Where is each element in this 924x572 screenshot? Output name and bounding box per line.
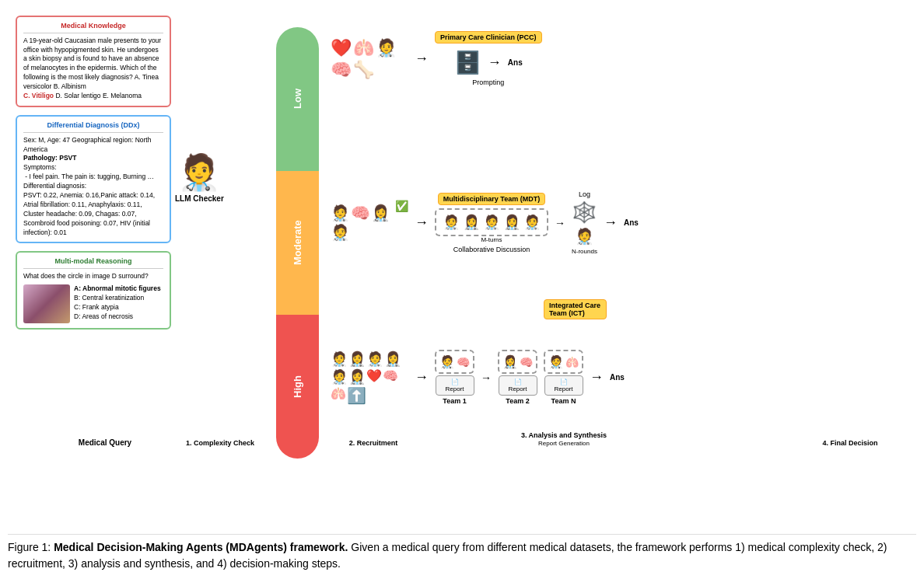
multimodal-title: Multi-modal Reasoning [23,257,163,269]
medical-knowledge-rest: D. Solar lentigo E. Melanoma [55,92,142,99]
pcc-label-tag: Primary Care Clinician (PCC) [435,31,542,44]
mdt-doc5: 🧑‍⚕️ [523,214,541,231]
answer-c: C: Frank atypia [74,303,161,312]
segment-high: High [276,315,319,459]
ddx-title: Differential Diagnosis (DDx) [23,121,163,133]
doc1: 🧑‍⚕️ [331,204,350,222]
low-row: ❤️ 🫁 🧑‍⚕️ 🧠 🦴 → Primary Care Clinician (… [331,31,914,86]
team1-label: Team 1 [443,397,466,405]
teamN-block: 🧑‍⚕️ 🫁 📄 Report Team N [544,350,583,405]
report-gen-sublabel: Report Generation [538,440,590,447]
medical-knowledge-title: Medical Knowledge [23,22,163,33]
mdt-label-tag: Multidisciplinary Team (MDT) [438,193,545,205]
team2-label: Team 2 [506,397,529,405]
pcc-ans: Ans [508,58,523,67]
pcc-block: Primary Care Clinician (PCC) 🗄️ → Ans Pr… [435,31,542,86]
arrow-mdt-ans: → [604,214,618,231]
moderate-label: Moderate [292,221,303,266]
heart-icon: ❤️ [331,38,352,58]
bone-icon: 🦴 [353,60,374,80]
brain-low-icon: 🧠 [331,60,352,80]
histology-image [23,284,70,323]
doc3: 🧑‍⚕️ [331,223,350,242]
high-row: 🧑‍⚕️ 👩‍⚕️ 🧑‍⚕️ 👩‍⚕️ 🧑‍⚕️ 👩‍⚕️ ❤️ 🧠 🫁 ⬆️ … [331,350,914,405]
teamN-container: Integrated Care Team (ICT) 🧑‍⚕️ 🫁 📄 Repo… [544,350,583,405]
doctor-icon: 🧑‍⚕️ [175,152,224,193]
teamN-kidney: 🫁 [565,356,579,368]
group-doc4: 👩‍⚕️ [384,351,401,368]
up-arrow-icon: ⬆️ [347,386,366,405]
arrow-high: → [415,369,429,385]
step1-label: 1. Complexity Check [177,439,263,447]
step3-label: 3. Analysis and Synthesis [521,431,607,439]
answer-b: B: Central keratinization [74,294,161,303]
mdt-agents-box: 🧑‍⚕️ 👩‍⚕️ 🧑‍⚕️ 👩‍⚕️ 🧑‍⚕️ [435,208,548,236]
ict-label-tag: Integrated Care Team (ICT) [544,299,607,319]
mdt-log-block: Log 🕸️ 🧑‍⚕️ N-rounds [572,190,597,255]
multimodal-question: What does the circle in image D surround… [23,272,163,281]
high-label: High [292,375,303,398]
arrow-mdt-out: → [555,217,565,229]
diagram-area: Medical Knowledge A 19-year-old Caucasia… [8,8,916,490]
ddx-values: PSVT: 0.22, Anemia: 0.16,Panic attack: 0… [23,191,163,237]
ddx-text1: Sex: M, Age: 47 Geographical region: Nor… [23,136,163,155]
mdt-doc1: 🧑‍⚕️ [443,214,460,231]
team2-brain: 🧠 [520,356,533,368]
ict-label-wrapper: Integrated Care Team (ICT) [544,299,607,323]
llm-checker-area: 🧑‍⚕️ LLM Checker [175,152,224,203]
team1-doc1: 🧑‍⚕️ [439,354,455,369]
team2-report: 📄 Report [499,375,537,396]
pcc-prompting: Prompting [472,78,504,86]
log-label: Log [579,190,590,198]
low-label: Low [292,89,303,110]
m-turns-label: M-turns [481,236,502,243]
segment-moderate: Moderate [276,171,319,315]
main-container: Medical Knowledge A 19-year-old Caucasia… [0,0,924,572]
medical-knowledge-box: Medical Knowledge A 19-year-old Caucasia… [16,16,171,107]
high-icons: 🧑‍⚕️ 👩‍⚕️ 🧑‍⚕️ 👩‍⚕️ 🧑‍⚕️ 👩‍⚕️ ❤️ 🧠 🫁 ⬆️ [331,351,408,405]
medical-knowledge-text: A 19-year-old Caucasian male presents to… [23,37,163,92]
team1-report: 📄 Report [436,375,474,396]
answer-a: A: Abnormal mitotic figures [74,284,161,294]
mdt-person-icon: 🧑‍⚕️ [575,227,594,246]
figure-title: Medical Decision-Making Agents (MDAgents… [54,541,348,553]
kidney-high: 🫁 [331,386,346,405]
ddx-pathology: Pathology: PSVT [23,154,163,163]
teamN-label: Team N [551,397,576,405]
left-panel: Medical Knowledge A 19-year-old Caucasia… [16,16,171,330]
n-rounds-label: N-rounds [572,248,597,255]
group-doc5: 🧑‍⚕️ [331,368,348,385]
ddx-symptoms: Symptoms: - I feel pain. The pain is: tu… [23,163,163,182]
arrow-pcc: → [488,54,502,71]
doctor-low-icon: 🧑‍⚕️ [376,38,397,58]
doc2: 👩‍⚕️ [371,204,390,222]
group-doc3: 🧑‍⚕️ [366,351,383,368]
multimodal-box: Multi-modal Reasoning What does the circ… [16,251,171,330]
teamN-doc: 🧑‍⚕️ [548,354,564,369]
database-icon: 🗄️ [454,50,481,75]
team1-agents: 🧑‍⚕️ 🧠 [435,350,474,374]
mdt-doc4: 👩‍⚕️ [503,214,520,231]
medical-query-label: Medical Query [47,438,163,447]
figure-caption: Figure 1: Medical Decision-Making Agents… [8,534,916,572]
arrow-t1: → [481,371,492,384]
mdt-ans: Ans [624,218,639,227]
brain-high: 🧠 [383,368,398,385]
team1-block: 🧑‍⚕️ 🧠 📄 Report Team 1 [435,350,474,405]
ddx-box: Differential Diagnosis (DDx) Sex: M, Age… [16,115,171,243]
heart-high: ❤️ [366,368,382,385]
mdt-discussion: Multidisciplinary Team (MDT) 🧑‍⚕️ 👩‍⚕️ 🧑… [435,193,548,253]
medical-knowledge-answer: C. Vitiligo [23,92,54,99]
mdt-doc2: 👩‍⚕️ [463,214,480,231]
team1-brain: 🧠 [457,356,470,368]
teamN-agents: 🧑‍⚕️ 🫁 [544,350,583,374]
segment-low: Low [276,27,319,171]
complexity-bar: Low Moderate High [276,27,319,459]
team2-block: 👩‍⚕️ 🧠 📄 Report Team 2 [498,350,537,405]
step4-label: 4. Final Decision [807,439,893,447]
ddx-diff: Differential diagnosis: [23,182,163,191]
arrow-mod: → [415,214,429,231]
answer-d: D: Areas of necrosis [74,312,161,322]
mdt-doc3: 🧑‍⚕️ [483,214,500,231]
moderate-row: 🧑‍⚕️ 🧠 👩‍⚕️ 🧑‍⚕️ ✅ → Multidisciplinary T… [331,190,914,255]
